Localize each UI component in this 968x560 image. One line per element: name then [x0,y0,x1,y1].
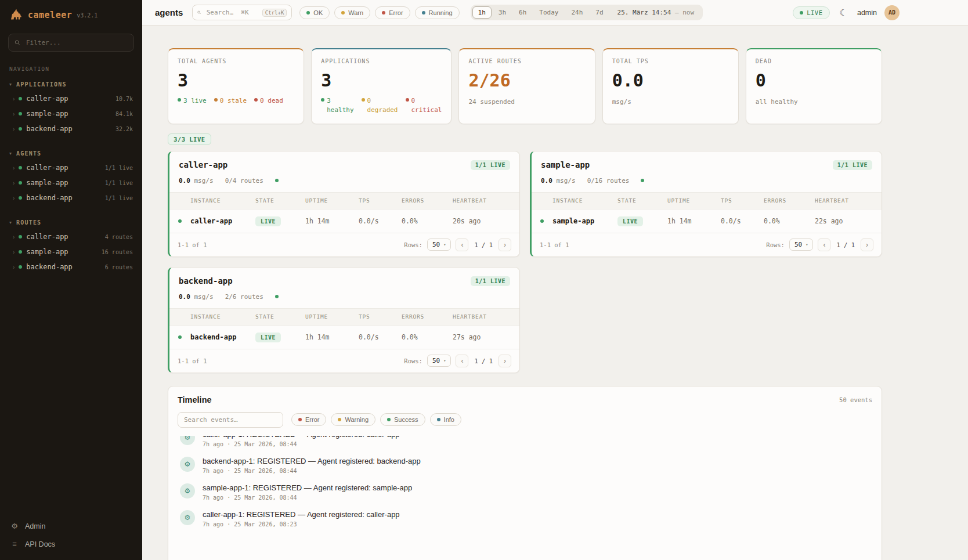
timeline-filter-warning[interactable]: Warning [331,413,375,426]
page-title: agents [155,8,183,17]
timeline-filter-success[interactable]: Success [380,413,425,426]
stat-sub: 24 suspended [468,98,585,106]
stat-value: 0 [756,72,872,89]
app-logo[interactable]: cameleer v3.2.1 [0,8,142,22]
yellow-dot [362,98,365,102]
range-button-1h[interactable]: 1h [472,6,492,19]
live-badge: 1/1 LIVE [833,160,872,170]
sidebar-item-caller-app[interactable]: › caller-app 10.7k [0,91,142,106]
avatar[interactable]: AD [884,5,900,20]
timeline-event[interactable]: ⚙ caller-app-1: REGISTERED — Agent regis… [178,505,872,532]
sidebar-item-caller-app[interactable]: › caller-app 1/1 live [0,160,142,175]
live-indicator[interactable]: LIVE [793,6,829,19]
search-input[interactable] [205,8,258,17]
app-name: cameleer [28,10,72,20]
item-meta: 4 routes [105,234,133,240]
item-label: sample-app [26,179,100,187]
dark-mode-toggle[interactable]: ☾ [837,6,850,19]
filter-chip-warn[interactable]: Warn [334,6,370,19]
column-header: UPTIME [667,197,721,204]
sidebar-item-caller-app[interactable]: › caller-app 4 routes [0,229,142,244]
row-range-label: 1-1 of 1 [540,241,569,248]
chip-label: Warning [345,416,369,423]
navigation-label: NAVIGATION [0,66,142,72]
range-button-3h[interactable]: 3h [493,6,512,19]
stat-card-dead: DEAD 0 all healthy [746,48,882,124]
health-dot [275,295,279,298]
timeline-filter-error[interactable]: Error [291,413,326,426]
moon-icon: ☾ [840,8,847,17]
rows-label: Rows: [404,241,422,248]
item-label: caller-app [26,233,100,241]
filter-chip-error[interactable]: Error [375,6,410,19]
filter-chip-ok[interactable]: OK [299,6,330,19]
sidebar-item-backend-app[interactable]: › backend-app 1/1 live [0,190,142,205]
page-indicator: 1 / 1 [473,357,494,364]
item-label: sample-app [26,248,97,256]
breakdown-stale: 0 stale [214,96,247,106]
sidebar-item-admin[interactable]: ⚙ Admin [10,522,132,530]
range-button-today[interactable]: Today [533,6,564,19]
section-header-agents[interactable]: ▾ AGENTS [0,148,142,160]
sidebar-item-sample-app[interactable]: › sample-app 1/1 live [0,175,142,190]
sidebar-item-backend-app[interactable]: › backend-app 32.2k [0,121,142,136]
sidebar-item-backend-app[interactable]: › backend-app 6 routes [0,259,142,274]
live-badge: 1/1 LIVE [471,276,510,286]
timeline-event[interactable]: ⚙ backend-app-1: REGISTERED — Agent regi… [178,452,872,479]
running-status-dot [422,11,425,15]
sidebar-item-sample-app[interactable]: › sample-app 84.1k [0,106,142,121]
filter-chip-running[interactable]: Running [415,6,460,19]
item-meta: 16 routes [102,249,133,255]
column-header: STATE [617,197,667,204]
prev-page-button[interactable]: ‹ [456,355,468,367]
next-page-button[interactable]: › [499,239,511,251]
timeline-filter-info[interactable]: Info [430,413,461,426]
timeline-event[interactable]: ⚙ caller-app-1: REGISTERED — Agent regis… [178,436,872,452]
status-dot [19,235,22,239]
range-button-7d[interactable]: 7d [590,6,609,19]
range-button-6h[interactable]: 6h [513,6,532,19]
stat-card-total-tps: TOTAL TPS 0.0 msg/s [602,48,739,124]
rows-label: Rows: [404,357,422,364]
section-header-routes[interactable]: ▾ ROUTES [0,217,142,229]
global-search-box[interactable]: Ctrl+K [192,5,292,20]
range-separator: — [675,9,679,16]
row-range-label: 1-1 of 1 [178,357,207,364]
next-page-button[interactable]: › [499,355,511,367]
timeline-event-list[interactable]: ⚙ caller-app-1: REGISTERED — Agent regis… [178,436,872,532]
app-card-header: sample-app 1/1 LIVE [532,151,882,175]
health-dot [641,179,644,182]
instance-row[interactable]: backend-app LIVE 1h 14m 0.0/s 0.0% 27s a… [169,326,519,349]
event-time: 7h ago · 25 Mar 2026, 08:44 [203,441,400,447]
rows-per-page-select[interactable]: 50 ▾ [789,239,813,251]
app-card-caller-app: caller-app 1/1 LIVE 0.0 msg/s 0/4 routes… [168,151,520,257]
sidebar-item-api-docs[interactable]: ≡ API Docs [10,540,132,548]
item-meta: 1/1 live [105,165,133,171]
timeline-event[interactable]: ⚙ sample-app-1: REGISTERED — Agent regis… [178,479,872,505]
rows-per-page-select[interactable]: 50 ▾ [427,239,451,251]
stat-label: TOTAL AGENTS [178,58,294,64]
section-header-applications[interactable]: ▾ APPLICATIONS [0,79,142,91]
event-text: caller-app-1: REGISTERED — Agent registe… [203,436,400,439]
prev-page-button[interactable]: ‹ [818,239,830,251]
column-header: HEARTBEAT [815,197,882,204]
next-page-button[interactable]: › [861,239,873,251]
chevron-right-icon: › [13,264,15,270]
timeline-title: Timeline [178,395,212,404]
range-button-24h[interactable]: 24h [565,6,588,19]
timeline-search-input[interactable] [178,412,283,428]
app-card-sample-app: sample-app 1/1 LIVE 0.0 msg/s 0/16 route… [530,151,882,257]
status-dot [19,112,22,115]
item-meta: 84.1k [115,111,133,117]
item-label: caller-app [26,164,100,172]
instance-row[interactable]: sample-app LIVE 1h 14m 0.0/s 0.0% 22s ag… [532,209,882,233]
sidebar-item-sample-app[interactable]: › sample-app 16 routes [0,244,142,259]
filter-input[interactable] [25,38,128,47]
table-footer: 1-1 of 1 Rows: 50 ▾ ‹ 1 / 1 › [532,233,882,256]
prev-page-button[interactable]: ‹ [456,239,468,251]
section-label: ROUTES [16,219,41,226]
gear-icon: ⚙ [10,522,19,530]
instance-row[interactable]: caller-app LIVE 1h 14m 0.0/s 0.0% 20s ag… [169,209,519,233]
health-dot [275,179,279,182]
rows-per-page-select[interactable]: 50 ▾ [427,355,451,367]
